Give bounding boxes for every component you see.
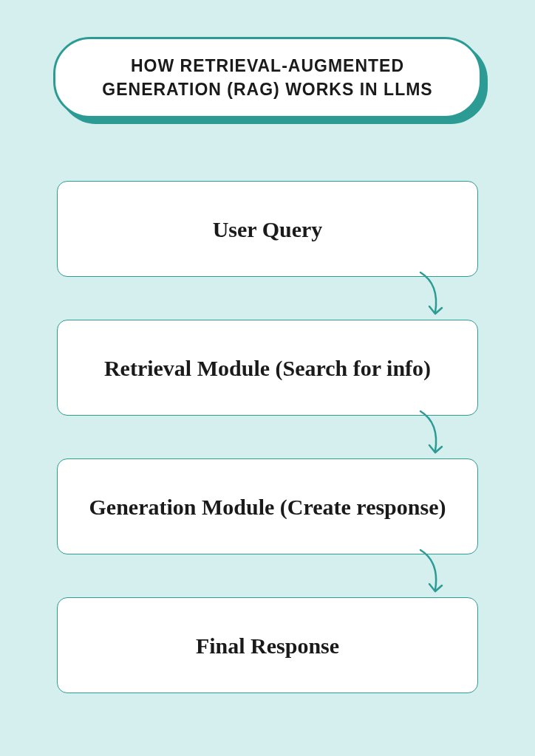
step-box-retrieval: Retrieval Module (Search for info) [57,320,478,416]
page-title: HOW RETRIEVAL-AUGMENTED GENERATION (RAG)… [85,54,450,101]
step-label: Final Response [196,631,339,660]
arrow-down-icon [412,271,449,323]
step-spacer [57,277,478,320]
step-label: Retrieval Module (Search for info) [104,354,431,382]
title-box: HOW RETRIEVAL-AUGMENTED GENERATION (RAG)… [53,37,482,118]
step-box-user-query: User Query [57,181,478,277]
step-label: User Query [213,215,323,244]
step-spacer [57,554,478,597]
step-box-final-response: Final Response [57,597,478,693]
arrow-down-icon [412,410,449,461]
step-spacer [57,416,478,458]
steps-container: User Query Retrieval Module (Search for … [57,181,478,693]
step-label: Generation Module (Create response) [89,492,446,521]
title-container: HOW RETRIEVAL-AUGMENTED GENERATION (RAG)… [53,37,482,118]
arrow-down-icon [412,549,449,600]
step-box-generation: Generation Module (Create response) [57,458,478,554]
